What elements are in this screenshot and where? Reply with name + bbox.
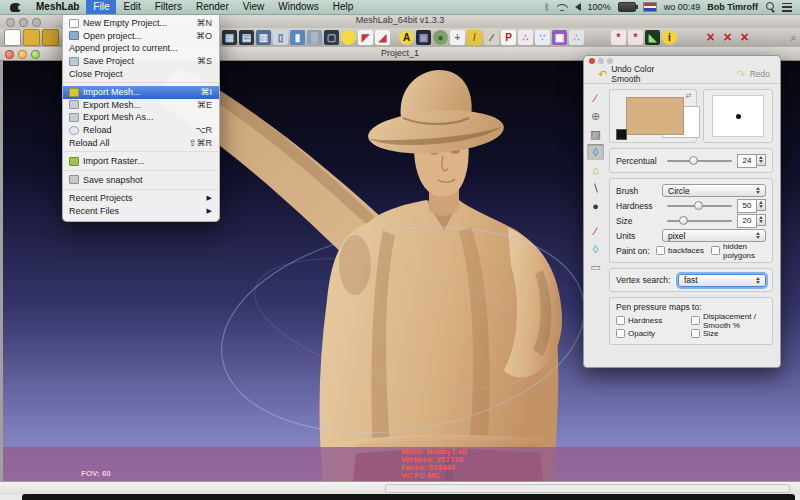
hardness-value[interactable]: 50	[737, 199, 757, 213]
swap-colors-icon[interactable]: ⇄	[686, 92, 692, 100]
checkbox[interactable]	[656, 246, 665, 255]
user-name[interactable]: Bob Timroff	[707, 2, 758, 12]
delete-mesh-2-icon[interactable]: ×	[720, 30, 735, 45]
pen-pressure-displacement-smooth-checkbox[interactable]: Displacement / Smooth %	[691, 314, 766, 327]
brush-dropdown[interactable]: Circle	[662, 184, 766, 197]
file-menu-item-import-mesh[interactable]: Import Mesh...⌘I	[63, 86, 219, 99]
wireframe-cylinder-icon[interactable]: ▥	[256, 30, 271, 45]
text-annotation-icon[interactable]: A	[399, 30, 414, 45]
mesh-repair-1-icon[interactable]: *	[611, 30, 626, 45]
units-dropdown[interactable]: pixel	[662, 229, 766, 242]
file-menu-item-open-project[interactable]: Open project...⌘O	[63, 30, 219, 43]
language-flag-icon[interactable]	[643, 2, 657, 12]
size-slider[interactable]	[667, 220, 732, 222]
menu-help[interactable]: Help	[326, 0, 361, 14]
size-value[interactable]: 20	[737, 214, 757, 228]
paint-on-backfaces-checkbox[interactable]: backfaces	[656, 244, 704, 257]
vertex-search-dropdown[interactable]: fast	[678, 274, 766, 287]
spotlight-search-icon[interactable]	[765, 2, 775, 12]
menu-filters[interactable]: Filters	[148, 0, 189, 14]
info-toggle-icon[interactable]: i	[662, 30, 677, 45]
percentual-slider[interactable]	[667, 160, 732, 162]
percentual-value[interactable]: 24	[737, 154, 757, 168]
wireframe-box-icon[interactable]: ▦	[222, 30, 237, 45]
bounding-box-icon[interactable]: ▢	[324, 30, 339, 45]
cylinder-smooth-icon[interactable]: ▮	[290, 30, 305, 45]
file-menu-item-export-mesh-as[interactable]: Export Mesh As...	[63, 111, 219, 124]
paint-tool-icon[interactable]: /	[467, 30, 482, 45]
color-picker-tool-icon[interactable]: ∖	[587, 180, 604, 196]
wireframe-box-2-icon[interactable]: ▤	[239, 30, 254, 45]
paint-panel-traffic-lights[interactable]	[589, 58, 613, 64]
volume-icon[interactable]	[575, 3, 581, 11]
window-traffic-lights[interactable]	[6, 18, 41, 27]
wedge-view-1-icon[interactable]: ◤	[358, 30, 373, 45]
menu-file[interactable]: File	[86, 0, 116, 14]
menu-windows[interactable]: Windows	[271, 0, 326, 14]
checkbox[interactable]	[691, 329, 700, 338]
file-menu-item-reload-all[interactable]: Reload All⇧⌘R	[63, 136, 219, 149]
wifi-icon[interactable]	[557, 3, 568, 11]
file-menu-item-append-project-to-current[interactable]: Append project to current...	[63, 42, 219, 55]
wedge-view-2-icon[interactable]: ◢	[375, 30, 390, 45]
file-menu-item-recent-files[interactable]: Recent Files▶	[63, 205, 219, 218]
color-cube-icon[interactable]: ▣	[552, 30, 567, 45]
default-colors-swatch[interactable]	[616, 129, 627, 140]
battery-icon[interactable]	[618, 2, 636, 12]
point-cloud-2-icon[interactable]: ∵	[535, 30, 550, 45]
file-menu-item-close-project[interactable]: Close Project	[63, 67, 219, 80]
paint-on-hidden-polygons-checkbox[interactable]: hidden polygons	[711, 244, 759, 257]
light-toggle-icon[interactable]	[341, 30, 356, 45]
file-menu-item-reload[interactable]: Reload⌥R	[63, 124, 219, 137]
mesh-pick-tool-icon[interactable]: ⌂	[587, 162, 604, 178]
open-project-folder-icon[interactable]	[23, 29, 40, 46]
texture-sphere-icon[interactable]: ●	[433, 30, 448, 45]
file-menu-item-export-mesh[interactable]: Export Mesh...⌘E	[63, 99, 219, 112]
paint-brush-tool-icon[interactable]: ∕	[587, 90, 604, 106]
toolbar-search-icon[interactable]: ⌕	[786, 30, 800, 45]
menu-bar-clock[interactable]: wo 00:49	[664, 2, 701, 12]
cylinder-flat-icon[interactable]: ▯	[273, 30, 288, 45]
new-document-icon[interactable]	[4, 29, 21, 46]
redo-button[interactable]: Redo	[750, 69, 770, 79]
percentual-spinbox[interactable]: 24	[737, 154, 766, 168]
terrain-shader-icon[interactable]: ◣	[645, 30, 660, 45]
gradient-fill-tool-icon[interactable]: ▨	[587, 126, 604, 142]
clone-stamp-tool-icon[interactable]: ⊕	[587, 108, 604, 124]
pen-tool-icon[interactable]: ∕	[484, 30, 499, 45]
foreground-color-swatch[interactable]	[626, 97, 684, 135]
dock-strip[interactable]	[22, 494, 795, 500]
delete-mesh-3-icon[interactable]: ×	[737, 30, 752, 45]
checkbox[interactable]	[616, 316, 625, 325]
import-project-folder-icon[interactable]	[42, 29, 59, 46]
file-menu-item-save-snapshot[interactable]: Save snapshot	[63, 174, 219, 187]
hardness-slider[interactable]	[667, 205, 732, 207]
checkbox[interactable]	[711, 246, 720, 255]
pdf-export-icon[interactable]: P	[501, 30, 516, 45]
notification-center-icon[interactable]	[782, 3, 792, 12]
background-image-icon[interactable]: ▣	[416, 30, 431, 45]
file-menu-item-new-empty-project[interactable]: New Empty Project...⌘N	[63, 17, 219, 30]
menu-edit[interactable]: Edit	[116, 0, 147, 14]
bluetooth-icon[interactable]: ᛒ	[544, 0, 549, 14]
apple-icon[interactable]	[10, 3, 21, 12]
water-drop-tool-icon[interactable]: ◊	[587, 241, 604, 257]
perlin-brush-tool-icon[interactable]: ∕	[587, 223, 604, 239]
pen-pressure-size-checkbox[interactable]: Size	[691, 327, 766, 340]
menu-render[interactable]: Render	[189, 0, 236, 14]
file-menu-item-import-raster[interactable]: Import Raster...	[63, 155, 219, 168]
size-spinbox[interactable]: 20	[737, 214, 766, 228]
hardness-spinbox[interactable]: 50	[737, 199, 766, 213]
pen-pressure-opacity-checkbox[interactable]: Opacity	[616, 327, 691, 340]
cylinder-points-icon[interactable]: ▒	[307, 30, 322, 45]
mesh-repair-2-icon[interactable]: *	[628, 30, 643, 45]
sphere-paint-tool-icon[interactable]: ●	[587, 198, 604, 214]
file-menu-item-recent-projects[interactable]: Recent Projects▶	[63, 192, 219, 205]
eraser-tool-icon[interactable]: ▭	[587, 259, 604, 275]
checkbox[interactable]	[616, 329, 625, 338]
menu-meshlab[interactable]: MeshLab	[29, 0, 86, 14]
menu-view[interactable]: View	[236, 0, 272, 14]
pen-pressure-hardness-checkbox[interactable]: Hardness	[616, 314, 691, 327]
measure-tool-icon[interactable]: +	[450, 30, 465, 45]
paint-panel-title-bar[interactable]	[584, 56, 780, 66]
